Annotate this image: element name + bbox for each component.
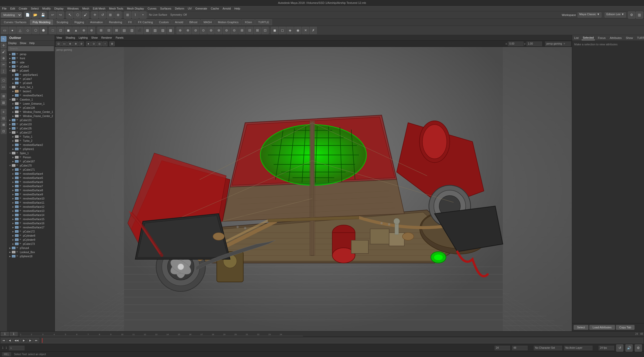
tree-item-vis-icon[interactable]: 👁: [19, 156, 22, 159]
tab-sculpting[interactable]: Sculpting: [54, 19, 71, 25]
tree-expand-icon[interactable]: ▶: [12, 230, 14, 233]
tree-expand-icon[interactable]: ▶: [12, 197, 14, 200]
tb-sel1[interactable]: ▭: [1, 27, 8, 34]
side-icons-4[interactable]: ▥: [1, 100, 6, 105]
tree-item[interactable]: ▶▭👁revolvedSurface8: [7, 188, 55, 192]
tree-expand-icon[interactable]: ▶: [12, 226, 14, 229]
tree-item-vis-icon[interactable]: 👁: [19, 193, 22, 196]
vp-frame-y[interactable]: 1.00: [527, 41, 542, 46]
tree-expand-icon[interactable]: ▶: [12, 102, 14, 105]
tree-item-vis-icon[interactable]: 👁: [19, 210, 22, 212]
tree-item-vis-icon[interactable]: 👁: [19, 230, 22, 233]
tree-expand-icon[interactable]: ▼: [9, 164, 11, 167]
tree-item[interactable]: ▶▫👁Window_Frame_Center_2: [7, 114, 55, 118]
vp-renderer[interactable]: Renderer: [101, 36, 112, 39]
skip-to-end-btn[interactable]: ⏭: [33, 338, 39, 343]
tree-item[interactable]: ▶▭👁pCube172: [7, 229, 55, 234]
tree-expand-icon[interactable]: ▼: [9, 131, 11, 134]
attr-copy-tab-button[interactable]: Copy Tab: [616, 325, 634, 330]
tb-display6[interactable]: ✗: [310, 27, 317, 34]
menu-deform[interactable]: Deform: [175, 7, 184, 10]
tree-item[interactable]: ▶▭👁revolvedSurface12: [7, 205, 55, 209]
snap-point-btn[interactable]: •: [139, 11, 147, 19]
select-tool-btn[interactable]: ↖: [66, 11, 73, 19]
menu-windows[interactable]: Windows: [67, 7, 79, 10]
tb-create4[interactable]: ▲: [72, 27, 80, 34]
tree-item-vis-icon[interactable]: 👁: [19, 73, 22, 76]
tree-expand-icon[interactable]: ▶: [12, 156, 14, 159]
status-settings-btn[interactable]: ⚙: [635, 344, 642, 352]
tab-bifrost[interactable]: Bifrost: [187, 19, 200, 25]
tree-item-vis-icon[interactable]: 👁: [16, 255, 19, 258]
tree-item-vis-icon[interactable]: 👁: [19, 135, 22, 138]
tree-item-vis-icon[interactable]: 👁: [19, 177, 22, 179]
tb-create3[interactable]: ◼: [65, 27, 72, 34]
tb-edit9[interactable]: ⊞: [238, 27, 245, 34]
tree-item[interactable]: ▼▫👁Casebox_1: [7, 97, 55, 102]
tb-display3[interactable]: ◈: [286, 27, 294, 34]
next-frame-btn[interactable]: ▶: [28, 338, 33, 343]
vp-tb-6[interactable]: ●: [86, 41, 91, 46]
tree-item[interactable]: ▶▭👁pCube133: [7, 122, 55, 126]
tree-item[interactable]: ▼▫👁pCube170: [7, 163, 55, 168]
tree-expand-icon[interactable]: ▶: [12, 73, 14, 76]
tree-expand-icon[interactable]: ▶: [12, 222, 14, 225]
tree-item[interactable]: ▶▭👁pCube131: [7, 118, 55, 122]
tb-edit11[interactable]: ⊠: [254, 27, 261, 34]
tree-item[interactable]: ▼▫👁pCube6: [7, 69, 55, 73]
scale-tool-btn[interactable]: ⊞: [107, 11, 114, 19]
tree-item-vis-icon[interactable]: 👁: [19, 160, 22, 163]
tree-item[interactable]: ▶▭👁pSphere1: [7, 147, 55, 151]
tree-expand-icon[interactable]: ▶: [12, 243, 14, 245]
tb-mesh2[interactable]: ⊟: [105, 27, 112, 34]
tree-item-vis-icon[interactable]: 👁: [16, 152, 19, 154]
tree-expand-icon[interactable]: ▶: [12, 201, 14, 204]
tb-display5[interactable]: ✕: [302, 27, 309, 34]
tree-expand-icon[interactable]: ▶: [12, 168, 14, 171]
tree-expand-icon[interactable]: ▶: [12, 205, 14, 208]
tree-item-vis-icon[interactable]: 👁: [19, 243, 22, 245]
tree-item-vis-icon[interactable]: 👁: [19, 90, 22, 93]
user-label[interactable]: Edison Lee ▼: [605, 12, 626, 18]
tree-expand-icon[interactable]: ▶: [9, 119, 11, 121]
menu-file[interactable]: File: [2, 7, 7, 10]
timeline-range-start[interactable]: [1, 332, 9, 336]
tab-fx[interactable]: FX: [125, 19, 135, 25]
tb-display2[interactable]: ◻: [279, 27, 286, 34]
side-icons-6[interactable]: ⊟: [1, 115, 6, 121]
menu-select[interactable]: Select: [31, 7, 39, 10]
snap-grid-btn[interactable]: ⊞: [124, 11, 131, 19]
outliner-menu-show[interactable]: Show: [20, 42, 26, 45]
tb-mesh4[interactable]: ▤: [121, 27, 128, 34]
tree-expand-icon[interactable]: ▶: [12, 172, 14, 175]
timeline-bar[interactable]: [41, 338, 643, 343]
tree-expand-icon[interactable]: ▶: [12, 238, 14, 241]
tree-item[interactable]: ▶▭👁revolvedSurface6: [7, 180, 55, 184]
attr-tab-list[interactable]: List: [573, 36, 580, 40]
vp-tb-3[interactable]: ⊕: [67, 41, 73, 46]
vp-tb-2[interactable]: ▭: [62, 41, 67, 46]
tree-expand-icon[interactable]: ▶: [9, 65, 11, 68]
tree-item[interactable]: ▶▫👁Turbo_1: [7, 135, 55, 139]
tree-expand-icon[interactable]: ▶: [12, 160, 14, 163]
transform-tool-btn[interactable]: ⊕: [114, 11, 122, 19]
menu-mesh-tools[interactable]: Mesh Tools: [109, 7, 123, 10]
viewport-canvas[interactable]: persp gaming: [55, 47, 572, 331]
tree-expand-icon[interactable]: ▶: [9, 251, 11, 253]
tree-expand-icon[interactable]: ▶: [12, 82, 14, 84]
vp-frame-x[interactable]: 0.00: [508, 41, 523, 46]
rotate-tool-btn[interactable]: ↺: [99, 11, 106, 19]
play-btn[interactable]: ▶: [21, 338, 27, 343]
tab-mash[interactable]: MASH: [201, 19, 215, 25]
tree-item[interactable]: ▶▭👁revolvedSurface2: [7, 143, 55, 147]
tree-item[interactable]: ▶▭👁pCylinder8: [7, 234, 55, 238]
tree-item[interactable]: ▶▭👁revolvedSurface13: [7, 209, 55, 213]
move-tool-btn[interactable]: ✛: [91, 11, 98, 19]
tree-item-vis-icon[interactable]: 👁: [19, 218, 22, 220]
tab-xgen[interactable]: XGen: [242, 19, 255, 25]
tab-motion-graphics[interactable]: Motion Graphics: [215, 19, 241, 25]
tree-item[interactable]: ▶▭👁revolvedSurface17: [7, 225, 55, 229]
tb-edit5[interactable]: ⊚: [207, 27, 215, 34]
menu-edit[interactable]: Edit: [10, 7, 15, 10]
tree-item[interactable]: ▶▭👁pCube167: [7, 159, 55, 163]
